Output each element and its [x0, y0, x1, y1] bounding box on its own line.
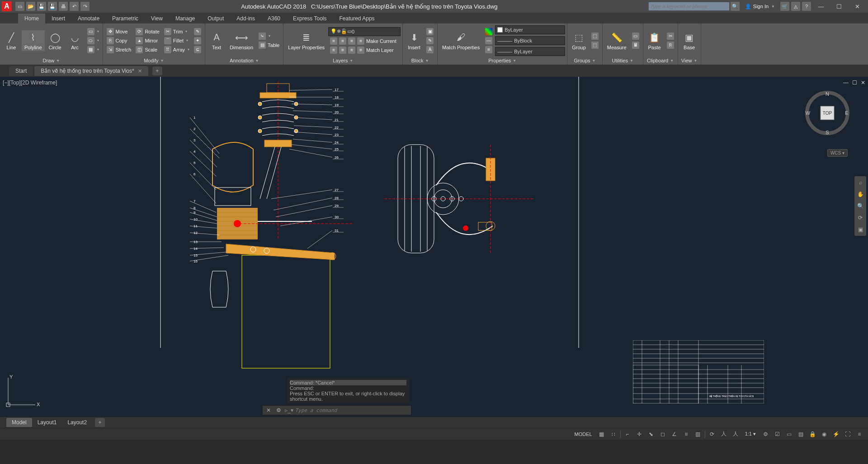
paste-button[interactable]: 📋Paste [645, 30, 664, 51]
signin-button[interactable]: 👤 Sign In▼ [743, 3, 777, 10]
panel-block-title[interactable]: Block▼ [405, 56, 435, 65]
zoom-icon[interactable]: 🔍 [856, 202, 865, 211]
scale-button[interactable]: ◫Scale [134, 46, 161, 54]
isodraft-icon[interactable]: ⬊ [646, 430, 656, 439]
line-button[interactable]: ╱Line [2, 30, 21, 51]
scale-button[interactable]: 1:1 ▾ [742, 431, 759, 437]
insert-button[interactable]: ⬇Insert [405, 30, 424, 51]
panel-annotation-title[interactable]: Annotation▼ [207, 56, 281, 65]
tab-insert[interactable]: Insert [45, 14, 71, 23]
stretch-button[interactable]: ⇲Stretch [105, 46, 133, 54]
lock-ui-icon[interactable]: 🔒 [807, 430, 817, 439]
exchange-icon[interactable]: 🛒 [780, 2, 789, 11]
wcs-badge[interactable]: WCS ▾ [827, 149, 848, 157]
ortho-icon[interactable]: ⌐ [623, 430, 632, 439]
print-icon[interactable]: 🖶 [59, 2, 68, 11]
save-icon[interactable]: 💾 [37, 2, 46, 11]
transparency-icon[interactable]: ▥ [693, 430, 703, 439]
cycling-icon[interactable]: ⟳ [707, 430, 717, 439]
search-icon[interactable]: 🔍 [731, 2, 740, 11]
calc-icon[interactable]: 🖩 [630, 41, 641, 49]
clean-screen-icon[interactable]: ⛶ [843, 430, 853, 439]
layout-tab-1[interactable]: Layout1 [32, 418, 62, 427]
move-button[interactable]: ✥Move [105, 28, 133, 36]
select-icon[interactable]: ▭ [630, 32, 641, 40]
layout-tab-model[interactable]: Model [6, 418, 32, 427]
snap-icon[interactable]: ∷ [609, 430, 618, 439]
base-button[interactable]: ▣Base [680, 30, 699, 51]
panel-view-title[interactable]: View▼ [680, 56, 699, 65]
ungroup-icon[interactable]: ⬚ [590, 32, 600, 40]
command-input[interactable] [295, 408, 409, 413]
match-properties-button[interactable]: 🖌Match Properties [439, 30, 482, 51]
workspace-icon[interactable]: ⚙ [760, 430, 770, 439]
help-icon[interactable]: ? [802, 2, 811, 11]
add-tab-button[interactable]: + [152, 66, 162, 75]
offset-icon[interactable]: ⊆ [192, 46, 203, 54]
linetype-dropdown[interactable]: ——— ByBlock [495, 36, 565, 45]
copy-button[interactable]: ⎘Copy [105, 37, 133, 45]
grid-icon[interactable]: ▦ [597, 430, 607, 439]
annotation-visibility-icon[interactable]: 人 [731, 430, 741, 439]
close-tab-icon[interactable]: ✕ [138, 68, 142, 74]
tab-express[interactable]: Express Tools [287, 14, 333, 23]
text-button[interactable]: AText [207, 30, 226, 51]
mirror-button[interactable]: ▲Mirror [134, 37, 161, 45]
line-icon2[interactable]: — [483, 37, 494, 45]
edit-attr-icon[interactable]: A [425, 46, 435, 54]
color-dropdown[interactable]: ByLayer [495, 25, 565, 34]
a360-icon[interactable]: ◬ [791, 2, 800, 11]
lineweight-icon[interactable]: ≡ [681, 430, 691, 439]
make-current-button[interactable]: ≡≡≡≡Make Current [328, 37, 401, 45]
cmd-config-icon[interactable]: ⚙ [274, 407, 283, 413]
customize-icon[interactable]: ≡ [854, 430, 864, 439]
annotation-scale-icon[interactable]: 人 [719, 430, 729, 439]
hwaccel-icon[interactable]: ⚡ [831, 430, 841, 439]
layer-properties-button[interactable]: ≣Layer Properties [285, 30, 327, 51]
autosnap-icon[interactable]: ∠ [670, 430, 679, 439]
trim-button[interactable]: ✂Trim▾ [162, 28, 191, 36]
tab-home[interactable]: Home [18, 14, 45, 23]
explode-icon[interactable]: ✦ [192, 37, 203, 45]
layout-tab-2[interactable]: Layout2 [62, 418, 92, 427]
panel-draw-title[interactable]: Draw▼ [2, 56, 101, 65]
table-button[interactable]: ▤Table [257, 41, 281, 49]
match-layer-button[interactable]: ≡≡≡≡Match Layer [328, 46, 401, 54]
quick-properties-icon[interactable]: ▤ [796, 430, 806, 439]
ellipse-icon[interactable]: ⬭▾ [85, 37, 101, 45]
minimize-button[interactable]: — [812, 0, 830, 13]
array-button[interactable]: ⠿Array▾ [162, 46, 191, 54]
measure-button[interactable]: 📏Measure [604, 30, 629, 51]
cmd-close-icon[interactable]: ✕ [264, 407, 273, 413]
undo-icon[interactable]: ↶ [70, 2, 79, 11]
tab-addins[interactable]: Add-ins [230, 14, 261, 23]
osnap-icon[interactable]: ◻ [658, 430, 668, 439]
group-edit-icon[interactable]: ⬚ [590, 41, 600, 49]
cut-icon[interactable]: ✂ [665, 32, 676, 40]
orbit-icon[interactable]: ⟳ [856, 213, 865, 222]
panel-properties-title[interactable]: Properties▼ [439, 56, 565, 65]
copy2-icon[interactable]: ⎘ [665, 41, 676, 49]
app-logo-icon[interactable]: A [2, 1, 12, 11]
redo-icon[interactable]: ↷ [80, 2, 90, 11]
circle-button[interactable]: ◯Circle [46, 30, 65, 51]
pan-icon[interactable]: ✋ [856, 190, 865, 199]
hatch-icon[interactable]: ▦▾ [85, 46, 101, 54]
open-icon[interactable]: 📂 [26, 2, 35, 11]
tab-annotate[interactable]: Annotate [71, 14, 106, 23]
edit-block-icon[interactable]: ✎ [425, 37, 435, 45]
model-space-button[interactable]: MODEL [572, 431, 595, 437]
isolate-icon[interactable]: ◉ [819, 430, 829, 439]
units-icon[interactable]: ▭ [784, 430, 794, 439]
panel-clipboard-title[interactable]: Clipboard▼ [645, 56, 676, 65]
panel-layers-title[interactable]: Layers▼ [285, 56, 401, 65]
drawing-canvas[interactable]: [−][Top][2D Wireframe] — ☐ ✕ [0, 77, 868, 417]
lw-icon[interactable]: ≡ [483, 46, 494, 54]
panel-modify-title[interactable]: Modify▼ [105, 56, 203, 65]
close-button[interactable]: ✕ [848, 0, 866, 13]
rect-icon[interactable]: ▭▾ [85, 28, 101, 36]
polyline-button[interactable]: ⌇Polyline [22, 30, 45, 51]
maximize-button[interactable]: ☐ [830, 0, 848, 13]
color-icon[interactable] [483, 28, 494, 36]
new-icon[interactable]: ▭ [15, 2, 24, 11]
